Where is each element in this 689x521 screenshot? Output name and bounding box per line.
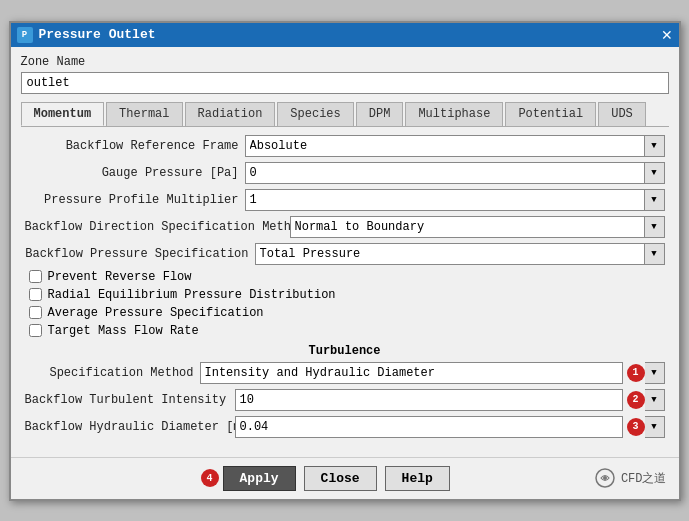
footer-buttons: 4 Apply Close Help (197, 466, 450, 491)
gauge-pressure-input-wrapper: ▼ (245, 162, 665, 184)
backflow-dir-input-wrapper: ▼ (290, 216, 665, 238)
close-button[interactable]: Close (304, 466, 377, 491)
backflow-pressure-row: Backflow Pressure Specification ▼ (25, 243, 665, 265)
backflow-ref-label: Backflow Reference Frame (25, 139, 245, 153)
intensity-input-wrapper: 2 ▼ (235, 389, 665, 411)
gauge-pressure-dropdown[interactable]: ▼ (645, 162, 665, 184)
titlebar-left: P Pressure Outlet (17, 27, 156, 43)
brand-label: CFD之道 (621, 470, 667, 487)
target-mass-flow-row: Target Mass Flow Rate (25, 324, 665, 338)
backflow-dir-dropdown[interactable]: ▼ (645, 216, 665, 238)
content-area: Zone Name Momentum Thermal Radiation Spe… (11, 47, 679, 451)
radial-equilibrium-checkbox[interactable] (29, 288, 42, 301)
average-pressure-label: Average Pressure Specification (48, 306, 264, 320)
svg-point-1 (603, 476, 607, 480)
titlebar: P Pressure Outlet ✕ (11, 23, 679, 47)
intensity-badge: 2 (627, 391, 645, 409)
intensity-label: Backflow Turbulent Intensity [%] (25, 393, 235, 407)
prevent-reverse-flow-checkbox[interactable] (29, 270, 42, 283)
backflow-pressure-dropdown[interactable]: ▼ (645, 243, 665, 265)
pressure-profile-input[interactable] (245, 189, 645, 211)
prevent-reverse-flow-row: Prevent Reverse Flow (25, 270, 665, 284)
backflow-ref-input-wrapper: ▼ (245, 135, 665, 157)
spec-method-label: Specification Method (25, 366, 200, 380)
backflow-dir-label: Backflow Direction Specification Method (25, 220, 290, 234)
target-mass-flow-label: Target Mass Flow Rate (48, 324, 199, 338)
momentum-form: Backflow Reference Frame ▼ Gauge Pressur… (21, 135, 669, 438)
window-title: Pressure Outlet (39, 27, 156, 42)
tab-momentum[interactable]: Momentum (21, 102, 105, 126)
backflow-pressure-input-wrapper: ▼ (255, 243, 665, 265)
intensity-dropdown[interactable]: ▼ (645, 389, 665, 411)
backflow-ref-input[interactable] (245, 135, 645, 157)
prevent-reverse-flow-label: Prevent Reverse Flow (48, 270, 192, 284)
diameter-label: Backflow Hydraulic Diameter [m] (25, 420, 235, 434)
backflow-dir-input[interactable] (290, 216, 645, 238)
diameter-dropdown[interactable]: ▼ (645, 416, 665, 438)
average-pressure-row: Average Pressure Specification (25, 306, 665, 320)
zone-name-input[interactable] (21, 72, 669, 94)
pressure-profile-dropdown[interactable]: ▼ (645, 189, 665, 211)
backflow-pressure-input[interactable] (255, 243, 645, 265)
spec-method-dropdown[interactable]: ▼ (645, 362, 665, 384)
diameter-input-wrapper: 3 ▼ (235, 416, 665, 438)
apply-wrapper: 4 Apply (197, 466, 296, 491)
gauge-pressure-row: Gauge Pressure [Pa] ▼ (25, 162, 665, 184)
diameter-row: Backflow Hydraulic Diameter [m] 3 ▼ (25, 416, 665, 438)
pressure-profile-row: Pressure Profile Multiplier ▼ (25, 189, 665, 211)
tab-potential[interactable]: Potential (505, 102, 596, 126)
brand-logo-icon (594, 467, 616, 489)
gauge-pressure-label: Gauge Pressure [Pa] (25, 166, 245, 180)
zone-name-label: Zone Name (21, 55, 669, 69)
spec-method-row: Specification Method 1 ▼ (25, 362, 665, 384)
backflow-dir-row: Backflow Direction Specification Method … (25, 216, 665, 238)
turbulence-title: Turbulence (25, 344, 665, 358)
main-window: P Pressure Outlet ✕ Zone Name Momentum T… (9, 21, 681, 501)
tab-dpm[interactable]: DPM (356, 102, 404, 126)
intensity-row: Backflow Turbulent Intensity [%] 2 ▼ (25, 389, 665, 411)
help-button[interactable]: Help (385, 466, 450, 491)
intensity-input[interactable] (235, 389, 623, 411)
tab-uds[interactable]: UDS (598, 102, 646, 126)
tab-species[interactable]: Species (277, 102, 353, 126)
apply-button[interactable]: Apply (223, 466, 296, 491)
apply-badge: 4 (201, 469, 219, 487)
radial-equilibrium-row: Radial Equilibrium Pressure Distribution (25, 288, 665, 302)
tabs-bar: Momentum Thermal Radiation Species DPM M… (21, 102, 669, 127)
average-pressure-checkbox[interactable] (29, 306, 42, 319)
pressure-profile-label: Pressure Profile Multiplier (25, 193, 245, 207)
spec-method-input-wrapper: 1 ▼ (200, 362, 665, 384)
spec-method-input[interactable] (200, 362, 623, 384)
gauge-pressure-input[interactable] (245, 162, 645, 184)
brand-area: CFD之道 (594, 467, 667, 489)
tab-multiphase[interactable]: Multiphase (405, 102, 503, 126)
spec-method-badge: 1 (627, 364, 645, 382)
backflow-pressure-label: Backflow Pressure Specification (25, 247, 255, 261)
radial-equilibrium-label: Radial Equilibrium Pressure Distribution (48, 288, 336, 302)
tab-radiation[interactable]: Radiation (185, 102, 276, 126)
footer: 4 Apply Close Help CFD之道 (11, 457, 679, 499)
diameter-input[interactable] (235, 416, 623, 438)
backflow-ref-row: Backflow Reference Frame ▼ (25, 135, 665, 157)
diameter-badge: 3 (627, 418, 645, 436)
tab-thermal[interactable]: Thermal (106, 102, 182, 126)
window-close-button[interactable]: ✕ (661, 28, 673, 42)
target-mass-flow-checkbox[interactable] (29, 324, 42, 337)
backflow-ref-dropdown[interactable]: ▼ (645, 135, 665, 157)
app-icon: P (17, 27, 33, 43)
pressure-profile-input-wrapper: ▼ (245, 189, 665, 211)
